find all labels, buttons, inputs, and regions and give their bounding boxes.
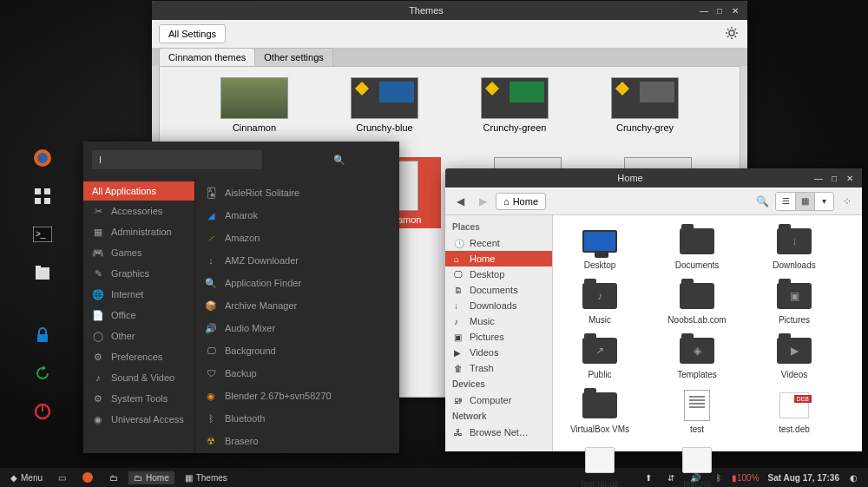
category-all-applications[interactable]: All Applications (83, 181, 194, 201)
app-background[interactable]: 🖵Background (195, 339, 399, 362)
file-pictures[interactable]: ▣Pictures (756, 279, 832, 325)
file-downloads[interactable]: ↓Downloads (756, 224, 832, 270)
app-amz-downloader[interactable]: ↓AMZ Downloader (195, 249, 399, 272)
sidebar-documents[interactable]: 🗎Documents (445, 282, 552, 298)
firefox-launcher[interactable] (76, 470, 99, 485)
app-aisleriot[interactable]: 🂡AisleRiot Solitaire (195, 181, 399, 204)
download-icon: ↓ (204, 253, 218, 267)
fm-content[interactable]: DesktopDocuments↓Downloads♪MusicNoobsLab… (553, 215, 862, 451)
restart-icon[interactable] (31, 362, 54, 385)
theme-crunchy-blue[interactable]: Crunchy-blue (341, 77, 428, 133)
theme-crunchy-green[interactable]: Crunchy-green (471, 77, 558, 133)
back-button[interactable]: ◀ (450, 192, 470, 211)
svg-line-20 (727, 36, 729, 38)
sidebar-downloads[interactable]: ↓Downloads (445, 298, 552, 313)
file-noobslab-com[interactable]: NoobsLab.com (659, 279, 735, 325)
sidebar-computer[interactable]: 🖳Computer (445, 392, 552, 408)
view-dropdown-button[interactable]: ▾ (814, 193, 833, 210)
power-icon[interactable] (31, 400, 54, 423)
all-settings-button[interactable]: All Settings (159, 24, 226, 43)
file-test-tar-gz[interactable]: test.tar.gz (562, 443, 638, 487)
app-amazon[interactable]: ⟋Amazon (195, 227, 399, 249)
clock[interactable]: Sat Aug 17, 17:36 (768, 473, 839, 483)
tray-updates-icon[interactable]: ⬆ (640, 471, 657, 484)
menu-search-input[interactable] (92, 150, 262, 169)
category-preferences[interactable]: ⚙Preferences (83, 346, 194, 367)
tray-user-icon[interactable]: ◐ (845, 471, 863, 484)
minimize-icon[interactable]: — (697, 3, 711, 17)
file-videos[interactable]: ▶Videos (756, 333, 832, 379)
category-universal-access[interactable]: ◉Universal Access (83, 409, 194, 430)
sidebar-trash[interactable]: 🗑Trash (445, 360, 552, 376)
file-desktop[interactable]: Desktop (562, 224, 638, 270)
sidebar-browse-network[interactable]: 🖧Browse Net… (445, 424, 552, 440)
category-accessories[interactable]: ✂Accessories (83, 201, 194, 221)
forward-button[interactable]: ▶ (473, 192, 492, 211)
minimize-icon[interactable]: — (812, 171, 825, 185)
category-games[interactable]: 🎮Games (83, 242, 194, 263)
show-desktop-button[interactable]: ▭ (53, 471, 71, 484)
file-templates[interactable]: ◈Templates (659, 333, 735, 379)
theme-cinnamon[interactable]: Cinnamon (211, 77, 298, 133)
view-icons-button[interactable]: ▦ (795, 193, 814, 210)
tab-other-settings[interactable]: Other settings (254, 48, 332, 66)
maximize-icon[interactable]: □ (713, 3, 727, 17)
app-brasero[interactable]: ☢Brasero (195, 430, 399, 452)
gear-icon[interactable] (725, 26, 740, 42)
apps-icon[interactable] (31, 185, 54, 207)
file-music[interactable]: ♪Music (562, 279, 638, 325)
search-button[interactable]: 🔍 (753, 192, 772, 211)
menu-button[interactable]: ◆Menu (5, 471, 48, 484)
sidebar-videos[interactable]: ▶Videos (445, 345, 552, 360)
terminal-icon[interactable]: >_ (31, 223, 54, 246)
task-home[interactable]: 🗀 Home (128, 471, 174, 484)
files-launcher[interactable]: 🗀 (104, 471, 123, 484)
app-application-finder[interactable]: 🔍Application Finder (195, 272, 399, 294)
file-documents[interactable]: Documents (659, 224, 735, 270)
theme-crunchy-grey[interactable]: Crunchy-grey (602, 77, 688, 133)
sidebar-music[interactable]: ♪Music (445, 313, 552, 329)
file-test-deb[interactable]: test.deb (756, 388, 832, 434)
category-office[interactable]: 📄Office (83, 305, 194, 326)
file-virtualbox-vms[interactable]: VirtualBox VMs (562, 388, 638, 434)
category-administration[interactable]: ▦Administration (83, 221, 194, 242)
view-list-button[interactable]: ☰ (776, 193, 795, 210)
category-internet[interactable]: 🌐Internet (83, 284, 194, 305)
sidebar-home[interactable]: ⌂Home (445, 251, 552, 267)
file-test[interactable]: test (659, 388, 735, 434)
app-blender[interactable]: ◉Blender 2.67b+svn58270 (195, 385, 399, 407)
tab-cinnamon-themes[interactable]: Cinnamon themes (159, 48, 255, 66)
category-sound-video[interactable]: ♪Sound & Video (83, 367, 194, 388)
category-system-tools[interactable]: ⚙System Tools (83, 388, 194, 409)
file-label: Templates (659, 370, 735, 379)
devices-header: Devices (445, 376, 552, 392)
category-other[interactable]: ◯Other (83, 326, 194, 346)
themes-titlebar[interactable]: Themes — □ ✕ (152, 1, 747, 20)
app-audio-mixer[interactable]: 🔊Audio Mixer (195, 317, 399, 339)
app-amarok[interactable]: ◢Amarok (195, 204, 399, 227)
category-graphics[interactable]: ✎Graphics (83, 263, 194, 284)
battery-indicator[interactable]: ▮100% (732, 473, 760, 483)
file-label: Public (562, 370, 638, 379)
path-home-button[interactable]: ⌂Home (496, 193, 546, 210)
close-icon[interactable]: ✕ (843, 171, 857, 185)
blender-icon: ◉ (204, 389, 218, 403)
file-public[interactable]: ↗Public (562, 333, 638, 379)
menu-button[interactable]: ⁘ (838, 192, 857, 211)
maximize-icon[interactable]: □ (827, 171, 841, 185)
fm-titlebar[interactable]: Home — □ ✕ (445, 168, 862, 188)
app-backup[interactable]: 🛡Backup (195, 362, 399, 385)
lock-icon[interactable] (31, 324, 54, 346)
file-test-zip[interactable]: test.zip (659, 443, 735, 487)
files-icon[interactable] (31, 261, 54, 284)
trash-icon: 🗑 (454, 364, 464, 373)
sidebar-desktop[interactable]: 🖵Desktop (445, 267, 552, 282)
task-themes[interactable]: ▦ Themes (180, 471, 233, 484)
firefox-icon[interactable] (31, 147, 54, 169)
sidebar-recent[interactable]: 🕓Recent (445, 235, 552, 251)
app-archive-manager[interactable]: 📦Archive Manager (195, 294, 399, 317)
app-bluetooth[interactable]: ᛒBluetooth (195, 407, 399, 430)
sidebar-pictures[interactable]: ▣Pictures (445, 329, 552, 345)
close-icon[interactable]: ✕ (728, 3, 742, 17)
brasero-icon: ☢ (204, 434, 218, 448)
